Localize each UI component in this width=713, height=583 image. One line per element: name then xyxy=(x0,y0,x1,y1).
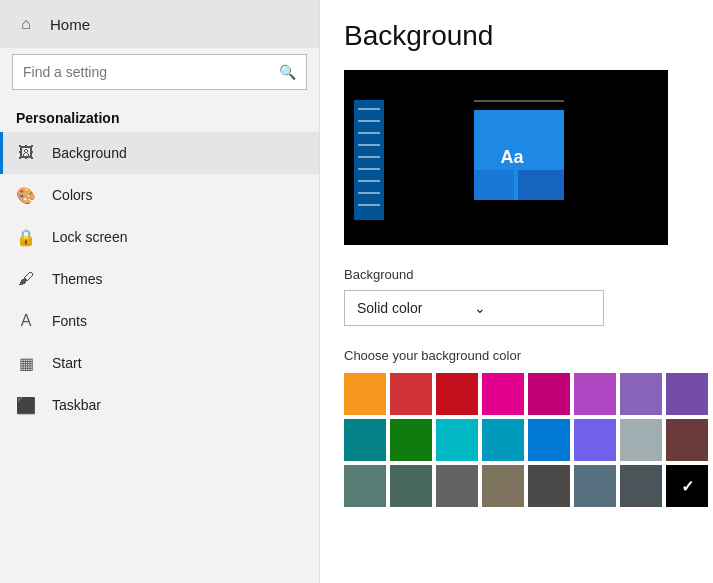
taskbar-icon: ⬛ xyxy=(16,395,36,415)
color-swatch-c15[interactable] xyxy=(620,419,662,461)
sidebar-label-background: Background xyxy=(52,145,127,161)
svg-rect-3 xyxy=(358,120,380,122)
svg-rect-4 xyxy=(358,132,380,134)
color-swatch-c18[interactable] xyxy=(390,465,432,507)
search-icon: 🔍 xyxy=(269,64,306,80)
colors-icon: 🎨 xyxy=(16,185,36,205)
background-dropdown[interactable]: Solid color ⌄ xyxy=(344,290,604,326)
dropdown-value: Solid color xyxy=(357,300,474,316)
sidebar-label-themes: Themes xyxy=(52,271,103,287)
color-swatch-c22[interactable] xyxy=(574,465,616,507)
sidebar-item-start[interactable]: ▦Start xyxy=(0,342,319,384)
svg-rect-15 xyxy=(518,170,564,200)
lock-screen-icon: 🔒 xyxy=(16,227,36,247)
sidebar-label-start: Start xyxy=(52,355,82,371)
color-swatch-c12[interactable] xyxy=(482,419,524,461)
svg-rect-8 xyxy=(358,180,380,182)
search-input[interactable] xyxy=(13,64,269,80)
color-swatch-c23[interactable] xyxy=(620,465,662,507)
sidebar-item-fonts[interactable]: AFonts xyxy=(0,300,319,342)
svg-rect-14 xyxy=(474,170,514,200)
color-swatch-c11[interactable] xyxy=(436,419,478,461)
color-swatch-c9[interactable] xyxy=(344,419,386,461)
color-swatch-c7[interactable] xyxy=(620,373,662,415)
main-content: Background Aa Bac xyxy=(320,0,713,583)
color-swatch-c8[interactable] xyxy=(666,373,708,415)
color-swatch-c4[interactable] xyxy=(482,373,524,415)
color-swatch-c2[interactable] xyxy=(390,373,432,415)
svg-text:Aa: Aa xyxy=(500,147,524,167)
sidebar-label-lock-screen: Lock screen xyxy=(52,229,127,245)
svg-rect-6 xyxy=(358,156,380,158)
fonts-icon: A xyxy=(16,311,36,331)
desktop-preview: Aa xyxy=(344,70,668,245)
sidebar-item-lock-screen[interactable]: 🔒Lock screen xyxy=(0,216,319,258)
section-title: Personalization xyxy=(0,100,319,132)
preview-svg: Aa xyxy=(344,70,668,245)
themes-icon: 🖌 xyxy=(16,269,36,289)
sidebar-item-colors[interactable]: 🎨Colors xyxy=(0,174,319,216)
sidebar-label-colors: Colors xyxy=(52,187,92,203)
svg-rect-1 xyxy=(354,100,384,220)
choose-color-label: Choose your background color xyxy=(344,348,689,363)
color-swatch-c21[interactable] xyxy=(528,465,570,507)
color-swatch-c24[interactable]: ✓ xyxy=(666,465,708,507)
color-swatch-c10[interactable] xyxy=(390,419,432,461)
sidebar: ⌂ Home 🔍 Personalization 🖼Background🎨Col… xyxy=(0,0,320,583)
background-dropdown-label: Background xyxy=(344,267,689,282)
sidebar-label-fonts: Fonts xyxy=(52,313,87,329)
sidebar-item-taskbar[interactable]: ⬛Taskbar xyxy=(0,384,319,426)
color-swatch-c1[interactable] xyxy=(344,373,386,415)
sidebar-item-background[interactable]: 🖼Background xyxy=(0,132,319,174)
sidebar-item-themes[interactable]: 🖌Themes xyxy=(0,258,319,300)
svg-rect-7 xyxy=(358,168,380,170)
svg-rect-9 xyxy=(358,192,380,194)
color-swatch-c17[interactable] xyxy=(344,465,386,507)
selected-checkmark: ✓ xyxy=(681,477,694,496)
svg-rect-5 xyxy=(358,144,380,146)
svg-rect-2 xyxy=(358,108,380,110)
nav-items: 🖼Background🎨Colors🔒Lock screen🖌ThemesAFo… xyxy=(0,132,319,426)
color-swatch-c16[interactable] xyxy=(666,419,708,461)
background-icon: 🖼 xyxy=(16,143,36,163)
color-swatch-c19[interactable] xyxy=(436,465,478,507)
color-swatch-c13[interactable] xyxy=(528,419,570,461)
home-icon: ⌂ xyxy=(16,14,36,34)
color-swatch-c20[interactable] xyxy=(482,465,524,507)
page-title: Background xyxy=(344,20,689,52)
sidebar-label-taskbar: Taskbar xyxy=(52,397,101,413)
color-swatch-c3[interactable] xyxy=(436,373,478,415)
chevron-down-icon: ⌄ xyxy=(474,300,591,316)
home-label: Home xyxy=(50,16,90,33)
start-icon: ▦ xyxy=(16,353,36,373)
color-swatch-c5[interactable] xyxy=(528,373,570,415)
color-swatch-c14[interactable] xyxy=(574,419,616,461)
color-swatch-c6[interactable] xyxy=(574,373,616,415)
svg-rect-10 xyxy=(358,204,380,206)
svg-rect-11 xyxy=(474,100,564,102)
search-box[interactable]: 🔍 xyxy=(12,54,307,90)
color-grid: ✓ xyxy=(344,373,689,507)
home-button[interactable]: ⌂ Home xyxy=(0,0,319,48)
